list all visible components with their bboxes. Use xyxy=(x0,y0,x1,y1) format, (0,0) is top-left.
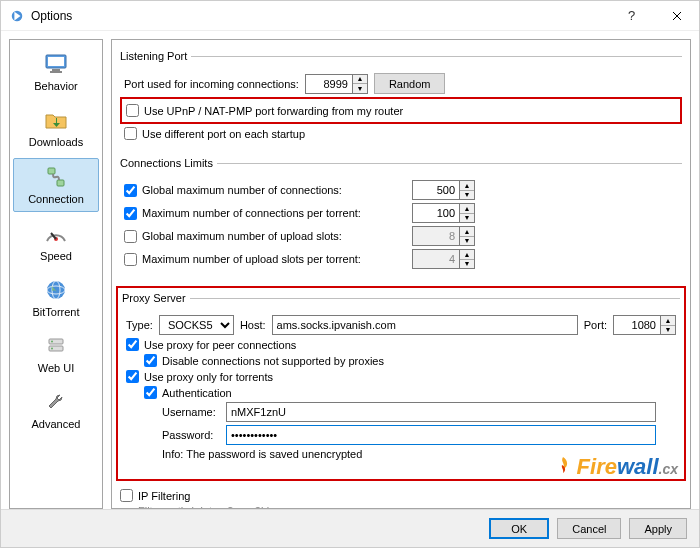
svg-rect-2 xyxy=(48,57,64,66)
sidebar-item-advanced[interactable]: Advanced xyxy=(13,384,99,436)
upload-slots-label: Global maximum number of upload slots: xyxy=(142,230,407,242)
sidebar-item-connection[interactable]: Connection xyxy=(13,158,99,212)
proxy-port-input[interactable] xyxy=(613,315,661,335)
sidebar-item-label: Speed xyxy=(40,250,72,262)
username-input[interactable] xyxy=(226,402,656,422)
download-folder-icon xyxy=(40,106,72,134)
different-port-label: Use different port on each startup xyxy=(142,128,305,140)
highlight-box-proxy: Proxy Server Type: SOCKS5 Host: Port: ▲▼ xyxy=(116,286,686,481)
highlight-box-upnp: Use UPnP / NAT-PMP port forwarding from … xyxy=(120,97,682,124)
svg-rect-3 xyxy=(52,69,60,71)
server-icon xyxy=(40,332,72,360)
sidebar-item-downloads[interactable]: Downloads xyxy=(13,102,99,154)
close-button[interactable] xyxy=(654,1,699,30)
proxy-type-label: Type: xyxy=(126,319,153,331)
proxy-disable-label: Disable connections not supported by pro… xyxy=(162,355,384,367)
window-controls: ? xyxy=(609,1,699,30)
proxy-disable-checkbox[interactable] xyxy=(144,354,157,367)
password-input[interactable] xyxy=(226,425,656,445)
filter-path-label: Filter path (.dat, .p2p, .p2b): xyxy=(138,505,274,509)
different-port-checkbox[interactable] xyxy=(124,127,137,140)
upnp-checkbox[interactable] xyxy=(126,104,139,117)
svg-point-15 xyxy=(51,348,53,350)
svg-rect-5 xyxy=(48,168,55,174)
upload-slots-per-checkbox[interactable] xyxy=(124,253,137,266)
ok-button[interactable]: OK xyxy=(489,518,549,539)
password-info-text: Info: The password is saved unencrypted xyxy=(162,448,362,460)
proxy-server-group: Proxy Server Type: SOCKS5 Host: Port: ▲▼ xyxy=(122,292,680,467)
upload-slots-input xyxy=(412,226,460,246)
proxy-peer-label: Use proxy for peer connections xyxy=(144,339,296,351)
ip-filtering-checkbox[interactable] xyxy=(120,489,133,502)
per-torrent-checkbox[interactable] xyxy=(124,207,137,220)
upload-slots-spinner: ▲▼ xyxy=(460,226,475,246)
proxy-type-select[interactable]: SOCKS5 xyxy=(159,315,234,335)
sidebar-item-label: Downloads xyxy=(29,136,83,148)
proxy-port-spinner[interactable]: ▲▼ xyxy=(661,315,676,335)
dialog-footer: OK Cancel Apply xyxy=(1,509,699,547)
auth-label: Authentication xyxy=(162,387,232,399)
proxy-peer-checkbox[interactable] xyxy=(126,338,139,351)
per-torrent-spinner[interactable]: ▲▼ xyxy=(460,203,475,223)
sidebar-item-webui[interactable]: Web UI xyxy=(13,328,99,380)
group-legend: Listening Port xyxy=(120,50,191,62)
port-input[interactable] xyxy=(305,74,353,94)
sidebar-item-label: Connection xyxy=(28,193,84,205)
sidebar-item-label: BitTorrent xyxy=(32,306,79,318)
title-bar: Options ? xyxy=(1,1,699,31)
username-label: Username: xyxy=(162,406,220,418)
sidebar-item-label: Behavior xyxy=(34,80,77,92)
gauge-icon xyxy=(40,220,72,248)
connection-limits-group: Connections Limits Global maximum number… xyxy=(120,157,682,276)
proxy-only-torrents-label: Use proxy only for torrents xyxy=(144,371,273,383)
apply-button[interactable]: Apply xyxy=(629,518,687,539)
monitor-icon xyxy=(40,50,72,78)
connection-icon xyxy=(40,163,72,191)
svg-rect-6 xyxy=(57,180,64,186)
sidebar-item-label: Web UI xyxy=(38,362,74,374)
svg-point-14 xyxy=(51,341,53,343)
proxy-host-input[interactable] xyxy=(272,315,578,335)
svg-point-9 xyxy=(47,281,65,299)
upload-slots-per-label: Maximum number of upload slots per torre… xyxy=(142,253,407,265)
app-icon xyxy=(9,8,25,24)
ip-filtering-label: IP Filtering xyxy=(138,490,190,502)
group-legend: Proxy Server xyxy=(122,292,190,304)
random-button[interactable]: Random xyxy=(374,73,446,94)
password-label: Password: xyxy=(162,429,220,441)
globe-icon xyxy=(40,276,72,304)
port-spinner[interactable]: ▲▼ xyxy=(353,74,368,94)
upload-slots-checkbox[interactable] xyxy=(124,230,137,243)
proxy-port-label: Port: xyxy=(584,319,607,331)
global-max-label: Global maximum number of connections: xyxy=(142,184,407,196)
proxy-host-label: Host: xyxy=(240,319,266,331)
group-legend: Connections Limits xyxy=(120,157,217,169)
listening-port-group: Listening Port Port used for incoming co… xyxy=(120,50,682,147)
global-max-spinner[interactable]: ▲▼ xyxy=(460,180,475,200)
global-max-input[interactable] xyxy=(412,180,460,200)
category-sidebar: Behavior Downloads Connection Speed BitT… xyxy=(9,39,103,509)
upload-slots-per-input xyxy=(412,249,460,269)
port-label: Port used for incoming connections: xyxy=(124,78,299,90)
proxy-only-torrents-checkbox[interactable] xyxy=(126,370,139,383)
upnp-label: Use UPnP / NAT-PMP port forwarding from … xyxy=(144,105,403,117)
cancel-button[interactable]: Cancel xyxy=(557,518,621,539)
sidebar-item-bittorrent[interactable]: BitTorrent xyxy=(13,272,99,324)
wrench-icon xyxy=(40,388,72,416)
sidebar-item-label: Advanced xyxy=(32,418,81,430)
sidebar-item-speed[interactable]: Speed xyxy=(13,216,99,268)
svg-rect-4 xyxy=(50,71,62,73)
upload-slots-per-spinner: ▲▼ xyxy=(460,249,475,269)
per-torrent-input[interactable] xyxy=(412,203,460,223)
auth-checkbox[interactable] xyxy=(144,386,157,399)
sidebar-item-behavior[interactable]: Behavior xyxy=(13,46,99,98)
per-torrent-label: Maximum number of connections per torren… xyxy=(142,207,407,219)
window-title: Options xyxy=(31,9,609,23)
help-button[interactable]: ? xyxy=(609,1,654,30)
global-max-checkbox[interactable] xyxy=(124,184,137,197)
settings-content: Listening Port Port used for incoming co… xyxy=(111,39,691,509)
